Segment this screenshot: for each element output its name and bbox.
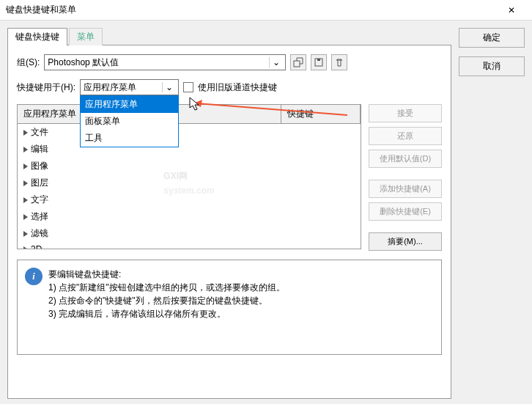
chevron-down-icon[interactable]: ⌄	[162, 82, 175, 92]
close-button[interactable]: ✕	[497, 0, 526, 21]
scope-select[interactable]: 应用程序菜单 ⌄ 应用程序菜单 面板菜单 工具	[80, 79, 179, 95]
legacy-checkbox[interactable]	[183, 82, 193, 92]
svg-rect-2	[317, 59, 320, 61]
expand-icon	[23, 130, 28, 136]
group-select[interactable]: Photoshop 默认值 ⌄	[44, 54, 286, 70]
save-set-icon[interactable]	[311, 54, 327, 70]
expand-icon	[23, 180, 28, 186]
table-row[interactable]: 图像	[18, 158, 361, 175]
cancel-button[interactable]: 取消	[459, 56, 525, 76]
accept-button[interactable]: 接受	[369, 104, 442, 122]
expand-icon	[23, 197, 28, 203]
table-row[interactable]: 选择	[18, 208, 361, 225]
expand-icon	[23, 164, 28, 169]
delete-shortcut-button[interactable]: 删除快捷键(E)	[369, 202, 442, 221]
ok-button[interactable]: 确定	[459, 28, 525, 48]
legacy-label: 使用旧版通道快捷键	[198, 81, 277, 94]
dropdown-item-tools[interactable]: 工具	[81, 130, 178, 147]
table-row[interactable]: 图层	[18, 175, 361, 191]
scope-dropdown: 应用程序菜单 面板菜单 工具	[80, 95, 179, 147]
new-set-icon[interactable]	[290, 54, 306, 70]
summary-button[interactable]: 摘要(M)...	[369, 232, 442, 251]
table-header-shortcut: 快捷键	[281, 105, 361, 123]
info-text: 要编辑键盘快捷键: 1) 点按"新建组"按钮创建选中组的拷贝，或选择要修改的组。…	[48, 268, 285, 347]
chevron-down-icon[interactable]: ⌄	[269, 57, 282, 67]
dropdown-item-panel[interactable]: 面板菜单	[81, 113, 178, 130]
table-body[interactable]: GXI网 system.com 文件 编辑 图像 图层 文字 选择 滤镜 3D …	[18, 124, 361, 249]
expand-icon	[23, 231, 28, 237]
use-default-button[interactable]: 使用默认值(D)	[369, 150, 442, 168]
group-value: Photoshop 默认值	[48, 56, 269, 69]
table-row[interactable]: 滤镜	[18, 225, 361, 242]
scope-value: 应用程序菜单	[84, 81, 162, 94]
expand-icon	[23, 214, 28, 220]
delete-set-icon[interactable]	[331, 54, 347, 70]
table-row[interactable]: 文字	[18, 191, 361, 208]
table-row[interactable]: 3D	[18, 242, 361, 249]
expand-icon	[23, 246, 28, 249]
table-row[interactable]: 文件	[18, 124, 361, 141]
scope-label: 快捷键用于(H):	[17, 81, 75, 94]
add-shortcut-button[interactable]: 添加快捷键(A)	[369, 180, 442, 198]
table-row[interactable]: 编辑	[18, 141, 361, 158]
group-label: 组(S):	[17, 56, 40, 69]
tab-shortcuts[interactable]: 键盘快捷键	[7, 28, 67, 45]
info-icon: i	[25, 268, 43, 285]
expand-icon	[23, 147, 28, 153]
tab-menus[interactable]: 菜单	[69, 28, 103, 45]
window-title: 键盘快捷键和菜单	[6, 4, 497, 16]
svg-rect-0	[294, 61, 300, 67]
dropdown-item-app[interactable]: 应用程序菜单	[81, 96, 178, 113]
undo-button[interactable]: 还原	[369, 127, 442, 145]
